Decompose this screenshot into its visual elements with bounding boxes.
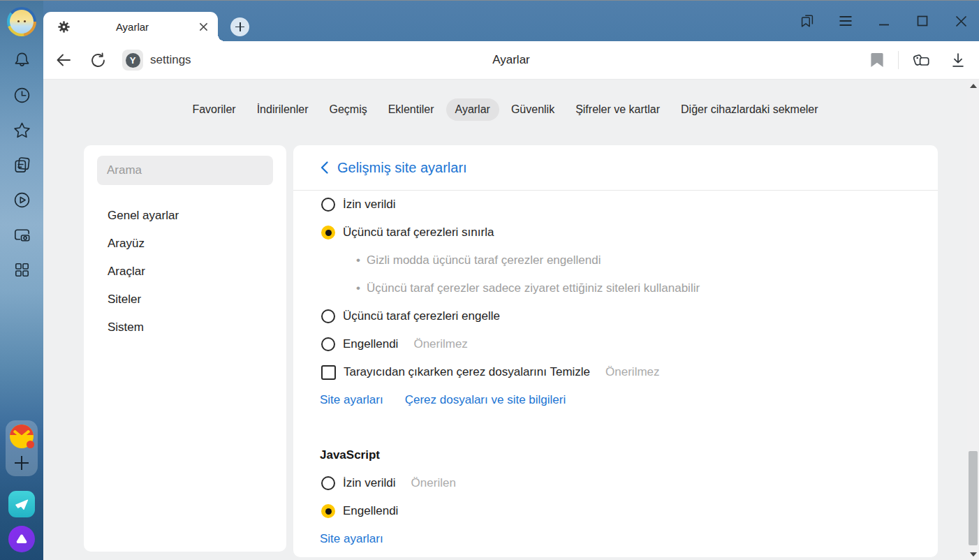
nav-tab-passwords[interactable]: Şifreler ve kartlar [566, 98, 669, 121]
nav-tab-other-devices[interactable]: Diğer cihazlardaki sekmeler [672, 98, 827, 121]
tabs-collections-button[interactable] [11, 154, 33, 176]
copies-icon [11, 154, 33, 176]
collections-button[interactable] [911, 50, 931, 70]
downloads-button[interactable] [949, 52, 966, 69]
toolbar-divider [898, 51, 899, 69]
radio-selected-icon[interactable] [321, 226, 335, 240]
history-button[interactable] [11, 84, 33, 106]
not-recommended-badge: Önerilmez [413, 337, 467, 351]
menu-button[interactable] [837, 13, 854, 29]
radio-icon[interactable] [321, 198, 335, 212]
mail-app-button[interactable] [10, 425, 34, 448]
bookmark-icon [869, 52, 885, 68]
checkbox-label: Tarayıcıdan çıkarken çerez dosyalarını T… [344, 365, 590, 379]
close-window-button[interactable] [952, 13, 969, 29]
site-settings-link[interactable]: Site ayarları [320, 393, 383, 407]
settings-nav: Favoriler İndirilenler Geçmiş Eklentiler… [43, 98, 967, 121]
video-button[interactable] [11, 189, 33, 211]
panel-toggle-button[interactable] [799, 13, 816, 29]
radio-option-block-third-party[interactable]: Üçüncü taraf çerezleri engelle [293, 302, 938, 330]
nav-tab-favorites[interactable]: Favoriler [183, 98, 244, 121]
settings-search-input[interactable] [97, 156, 273, 185]
maximize-button[interactable] [914, 13, 931, 29]
cookies-links-row: Site ayarları Çerez dosyaları ve site bi… [293, 386, 938, 414]
scroll-up-button[interactable] [967, 84, 979, 88]
play-icon [11, 189, 33, 211]
reload-button[interactable] [89, 52, 107, 69]
screenshot-button[interactable] [11, 224, 33, 246]
radio-icon[interactable] [321, 309, 335, 323]
gear-icon [57, 20, 71, 34]
collections-icon [911, 50, 931, 70]
alice-assistant-button[interactable] [8, 526, 35, 552]
add-pinned-app-button[interactable] [14, 455, 29, 471]
js-site-settings-link[interactable]: Site ayarları [320, 532, 383, 546]
clock-icon [11, 84, 33, 106]
page-scrollbar[interactable] [967, 80, 979, 560]
cookies-data-link[interactable]: Çerez dosyaları ve site bilgileri [405, 393, 566, 407]
address-bar: Y settings Ayarlar [43, 41, 979, 80]
messenger-app-button[interactable] [8, 491, 35, 517]
close-icon [199, 22, 208, 31]
radio-option-limit-third-party[interactable]: Üçüncü taraf çerezleri sınırla [293, 219, 938, 246]
back-arrow-icon [54, 51, 73, 69]
scroll-down-button[interactable] [967, 552, 979, 557]
recommended-badge: Önerilen [411, 476, 456, 490]
url-text[interactable]: settings [150, 53, 191, 67]
nav-tab-downloads[interactable]: İndirilenler [248, 98, 318, 121]
not-recommended-badge: Önerilmez [605, 365, 659, 379]
js-radio-option-allowed[interactable]: İzin verildi Önerilen [293, 469, 938, 497]
nav-tab-security[interactable]: Güvenlik [502, 98, 564, 121]
screenshot-camera-icon [11, 224, 33, 246]
advanced-settings-back-link[interactable]: Gelişmiş site ayarları [293, 145, 938, 191]
triangle-down-icon [970, 552, 977, 557]
menu-icon [839, 15, 853, 27]
nav-tab-history[interactable]: Geçmiş [320, 98, 376, 121]
settings-tab[interactable]: Ayarlar [43, 12, 218, 41]
sidebar-item-general[interactable]: Genel ayarlar [84, 202, 286, 230]
notifications-button[interactable] [11, 50, 33, 71]
favorites-button[interactable] [11, 119, 33, 141]
scroll-thumb[interactable] [969, 451, 978, 545]
js-links-row: Site ayarları [293, 525, 938, 553]
messenger-icon [13, 496, 30, 513]
settings-sections-list: Genel ayarlar Arayüz Araçlar Siteler Sis… [84, 202, 286, 341]
tab-close-button[interactable] [194, 17, 212, 36]
sidebar-item-interface[interactable]: Arayüz [84, 230, 286, 258]
js-radio-option-blocked[interactable]: Engellendi [293, 497, 938, 525]
radio-icon[interactable] [321, 337, 335, 351]
title-bar: Ayarlar [43, 1, 979, 41]
radio-label: Üçüncü taraf çerezleri engelle [343, 309, 500, 323]
yandex-y-icon: Y [126, 53, 140, 68]
download-icon [950, 52, 966, 68]
app-sidebar [0, 1, 43, 560]
bell-icon [11, 50, 33, 71]
window-controls [777, 1, 979, 41]
user-avatar[interactable] [7, 7, 36, 36]
bookmark-button[interactable] [869, 52, 885, 68]
radio-option-blocked[interactable]: Engellendi Önerilmez [293, 330, 938, 358]
mail-badge-dot [27, 441, 34, 448]
clear-cookies-checkbox-row[interactable]: Tarayıcıdan çıkarken çerez dosyalarını T… [293, 358, 938, 386]
limit-note-1: Gizli modda üçüncü taraf çerezler engell… [293, 246, 938, 274]
sidebar-item-tools[interactable]: Araçlar [84, 258, 286, 286]
tab-title: Ayarlar [71, 21, 194, 33]
apps-button[interactable] [11, 259, 33, 281]
checkbox-icon[interactable] [321, 365, 336, 380]
minimize-button[interactable] [876, 13, 892, 29]
back-button[interactable] [54, 51, 73, 69]
panel-bookmark-icon [799, 13, 816, 29]
panel-title: Gelişmiş site ayarları [337, 160, 467, 176]
radio-selected-icon[interactable] [321, 504, 335, 518]
nav-tab-extensions[interactable]: Eklentiler [379, 98, 443, 121]
minimize-icon [878, 15, 890, 27]
sidebar-item-system[interactable]: Sistem [84, 314, 286, 341]
radio-icon[interactable] [321, 476, 335, 490]
sidebar-item-sites[interactable]: Siteler [84, 286, 286, 314]
toolbar-right-actions [869, 50, 979, 70]
new-tab-button[interactable] [230, 17, 249, 36]
radio-option-allowed[interactable]: İzin verildi [293, 191, 938, 219]
site-badge[interactable]: Y [122, 50, 143, 71]
browser-window: Ayarlar [0, 0, 979, 560]
nav-tab-settings[interactable]: Ayarlar [446, 98, 499, 121]
